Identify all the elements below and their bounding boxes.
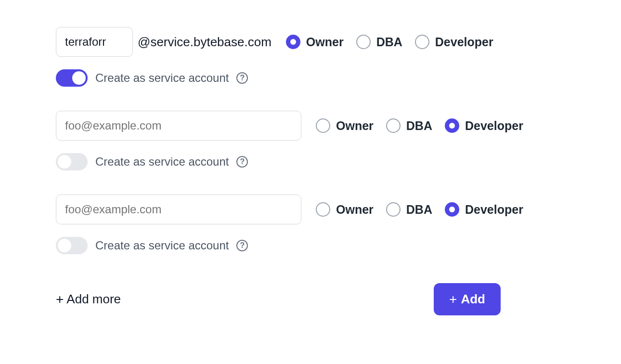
help-icon[interactable]: ? — [236, 156, 248, 168]
role-dba-option[interactable]: DBA — [386, 118, 432, 133]
member-entry: Owner DBA Developer Create as service ac… — [56, 195, 501, 254]
role-dba-option[interactable]: DBA — [386, 202, 432, 217]
radio-icon — [386, 202, 401, 217]
radio-icon — [386, 118, 401, 133]
help-icon[interactable]: ? — [236, 240, 248, 251]
entry-top-row: Owner DBA Developer — [56, 195, 501, 224]
service-account-row: Create as service account ? — [56, 69, 501, 87]
role-owner-option[interactable]: Owner — [316, 118, 374, 133]
service-account-label: Create as service account — [95, 239, 229, 252]
role-developer-option[interactable]: Developer — [415, 35, 493, 49]
role-dba-option[interactable]: DBA — [356, 35, 402, 49]
email-input[interactable] — [56, 111, 301, 141]
add-button[interactable]: + Add — [434, 283, 501, 315]
add-members-form: @service.bytebase.com Owner DBA Develope… — [0, 0, 501, 315]
member-entry: Owner DBA Developer Create as service ac… — [56, 111, 501, 170]
add-more-label: Add more — [66, 292, 121, 307]
add-more-link[interactable]: + Add more — [56, 292, 121, 307]
role-dba-label: DBA — [376, 35, 402, 49]
role-owner-label: Owner — [336, 119, 374, 133]
entry-top-row: Owner DBA Developer — [56, 111, 501, 141]
radio-icon — [445, 202, 459, 217]
radio-icon — [356, 35, 371, 49]
email-input[interactable] — [56, 195, 301, 224]
service-account-label: Create as service account — [95, 71, 229, 85]
service-account-toggle[interactable] — [56, 69, 88, 87]
role-radio-group: Owner DBA Developer — [316, 202, 523, 217]
radio-icon — [445, 118, 459, 133]
role-developer-option[interactable]: Developer — [445, 202, 523, 217]
plus-icon: + — [449, 293, 457, 306]
role-owner-option[interactable]: Owner — [316, 202, 374, 217]
plus-icon: + — [56, 293, 64, 306]
role-developer-label: Developer — [465, 119, 523, 133]
role-developer-label: Developer — [465, 203, 523, 217]
service-account-toggle[interactable] — [56, 237, 88, 254]
service-account-toggle[interactable] — [56, 153, 88, 170]
role-dba-label: DBA — [406, 119, 432, 133]
role-developer-option[interactable]: Developer — [445, 118, 523, 133]
radio-icon — [316, 202, 330, 217]
service-account-row: Create as service account ? — [56, 153, 501, 170]
role-owner-label: Owner — [336, 203, 374, 217]
email-domain-suffix: @service.bytebase.com — [138, 35, 272, 50]
email-area: @service.bytebase.com — [56, 27, 272, 57]
email-area — [56, 111, 301, 141]
service-account-label: Create as service account — [95, 155, 229, 169]
radio-icon — [415, 35, 429, 49]
role-owner-option[interactable]: Owner — [286, 35, 344, 49]
email-input[interactable] — [56, 27, 133, 57]
email-area — [56, 195, 301, 224]
service-account-row: Create as service account ? — [56, 237, 501, 254]
member-entry: @service.bytebase.com Owner DBA Develope… — [56, 27, 501, 87]
role-owner-label: Owner — [306, 35, 344, 49]
help-icon[interactable]: ? — [236, 72, 248, 84]
radio-icon — [286, 35, 300, 49]
role-dba-label: DBA — [406, 203, 432, 217]
add-button-label: Add — [461, 292, 485, 307]
role-radio-group: Owner DBA Developer — [316, 118, 523, 133]
role-radio-group: Owner DBA Developer — [286, 35, 493, 49]
entry-top-row: @service.bytebase.com Owner DBA Develope… — [56, 27, 501, 57]
radio-icon — [316, 118, 330, 133]
form-footer: + Add more + Add — [56, 283, 501, 315]
role-developer-label: Developer — [435, 35, 493, 49]
